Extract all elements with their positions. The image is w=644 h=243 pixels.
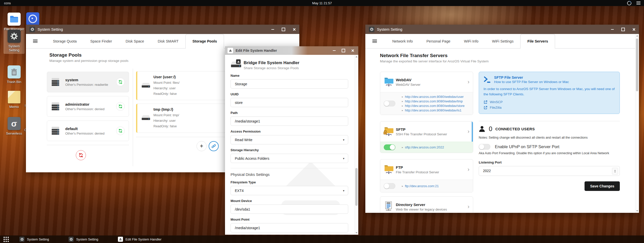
sigma-icon: σ [8,117,21,130]
disc-icon [26,12,39,25]
storage-hierarchy-select[interactable]: Public Access Folders ▾ [231,154,348,163]
pool-permission: Other's Permission: readwrite [65,83,108,87]
maximize-button[interactable] [621,28,625,31]
edit-window-titlebar[interactable]: Edit File System Handler × [225,46,358,55]
tab-personal-page[interactable]: Personal Page [420,34,457,48]
pool-card-system[interactable]: system Other's Permission: readwrite [47,72,129,92]
bullet-icon: ▸ [402,104,403,107]
filesystem-type-select[interactable]: EXT4 ▾ [231,186,348,195]
minimize-button[interactable] [611,29,614,30]
servers-scrollbar[interactable] [635,34,639,213]
minimize-button[interactable] [271,29,274,30]
desktop-icon-serverless[interactable]: σ Serverless [2,117,26,136]
chevron-right-icon[interactable]: › [468,129,469,134]
path-input[interactable] [231,116,348,126]
edit-window-scrollbar[interactable] [355,55,358,235]
tab-disk-space[interactable]: Disk Space [119,34,151,48]
taskbar-item-system-setting-1[interactable]: System Setting [19,237,49,242]
menu-hamburger-icon[interactable] [636,2,640,5]
tab-wifi-settings[interactable]: WiFi Settings [485,34,520,48]
number-stepper[interactable] [612,168,618,175]
tab-storage-quota[interactable]: Storage Quota [46,34,83,48]
servers-window-titlebar[interactable]: System Setting × [365,25,639,34]
desktop-icon-trash-bin[interactable]: Trash Bin [2,65,26,84]
tab-storage-pools[interactable]: Storage Pools [185,34,224,49]
pool-name: system [65,78,108,82]
mount-point-input[interactable] [231,223,348,232]
listening-port-input[interactable] [479,166,620,176]
bullet-icon: ▸ [402,109,403,112]
pool-sync-button[interactable] [116,127,125,135]
mount-card-tmp[interactable]: tmp (tmp:/) Mount Point: tmp/ Hierarchy:… [136,104,226,133]
chevron-right-icon[interactable]: › [468,167,469,172]
scrollbar-thumb[interactable] [636,38,638,91]
tab-wifi-info[interactable]: WiFi Info [457,34,485,48]
gear-icon [29,27,35,32]
pool-sync-button[interactable] [116,102,125,111]
server-card-ftp[interactable]: FTP File Transfer Protocol Server › ▸ftp… [380,159,473,192]
mount-device-label: Mount Device [231,199,348,203]
selected-value: EXT4 [235,189,244,193]
tab-menu-hamburger-icon[interactable] [33,39,38,43]
chevron-right-icon[interactable]: › [468,79,469,85]
server-card-sftp[interactable]: SFTP SSH File Transfer Protocol Server ›… [380,121,473,153]
add-fs-handler-button[interactable]: + [197,141,207,151]
tab-disk-smart[interactable]: Disk SMART [151,34,185,48]
eject-icon [228,48,233,53]
webdav-toggle[interactable] [384,101,395,106]
maximize-button[interactable] [342,49,345,52]
save-changes-button[interactable]: Save Changes [585,181,620,191]
minimize-button[interactable] [333,50,336,51]
taskbar-item-edit-fs-handler[interactable]: Edit File System Handler [118,237,162,242]
mount-device-input[interactable] [231,205,348,214]
close-button[interactable]: × [293,27,296,32]
storage-window-titlebar[interactable]: System Setting × [26,25,299,34]
ftp-url-link[interactable]: ftp://dev.arozos.com:21 [405,184,439,188]
tab-file-servers[interactable]: File Servers [520,34,555,49]
taskbar-item-system-setting-2[interactable]: System Setting [69,237,98,242]
pool-card-administrator[interactable]: administrator Other's Permission: denied [47,96,129,117]
bullet-icon: ▸ [402,100,403,103]
help-subtitle: How to use SFTP File Server on Windows o… [494,80,569,84]
arozos-logo-icon[interactable] [626,0,632,6]
storage-pool-list: system Other's Permission: readwrite adm… [47,72,129,160]
close-button[interactable]: × [351,48,354,53]
tab-menu-hamburger-icon[interactable] [372,39,377,43]
scrollbar-thumb[interactable] [355,168,358,206]
server-name: FTP [396,165,439,170]
sftp-toggle[interactable] [384,144,395,150]
tab-space-finder[interactable]: Space Finder [83,34,119,48]
webdav-url-link[interactable]: http://dev.arozos.com:8080/webdav/is1 [405,108,462,112]
eject-badge-icon [236,59,241,64]
upnp-toggle[interactable] [479,144,490,150]
chevron-right-icon[interactable]: › [468,204,469,210]
pool-card-default[interactable]: default Other's Permission: denied [47,120,129,141]
uuid-input[interactable] [231,98,348,107]
close-button[interactable]: × [632,27,635,32]
desktop-icon-memo[interactable]: Memo [2,91,26,109]
disk-icon [141,83,150,88]
access-permission-select[interactable]: Read Write ▾ [231,135,348,144]
tab-network-info[interactable]: Network Info [385,34,420,48]
ftp-toggle[interactable] [384,183,395,189]
maximize-button[interactable] [282,28,285,31]
pool-sync-button[interactable] [116,78,125,86]
webdav-url-link[interactable]: http://dev.arozos.com:8080/webdav/store [405,104,465,108]
mounted-storage-list: User (user:/) Mount Point: files/ Hierar… [136,71,226,151]
webdav-url-link[interactable]: http://dev.arozos.com:8080/webdav/user [405,95,464,99]
desktop-icon-system-setting[interactable]: System Setting [2,30,26,52]
server-name: WebDAV [396,78,421,82]
winscp-link[interactable]: WinSCP [490,100,503,104]
sftp-url-link[interactable]: sftp://dev.arozos.com:2022 [405,145,444,149]
desktop-icon-disc-app[interactable] [21,12,45,25]
reload-pools-button[interactable] [76,150,86,160]
app-launcher-icon[interactable] [4,237,9,242]
name-input[interactable] [231,79,348,89]
filezilla-link[interactable]: FileZilla [490,106,502,109]
bridge-fs-handler-button[interactable] [209,141,219,151]
mount-card-user[interactable]: User (user:/) Mount Point: files/ Hierar… [136,71,226,100]
handler-heading: Bridge File System Handler [244,60,299,65]
server-card-webdav[interactable]: WebDAV WebDAV Server › ▸http://dev.arozo… [380,72,473,115]
webdav-url-link[interactable]: http://dev.arozos.com:8080/webdav/tmp [405,99,463,103]
server-card-directory[interactable]: Directory Server Web file viewer for leg… [380,196,473,213]
